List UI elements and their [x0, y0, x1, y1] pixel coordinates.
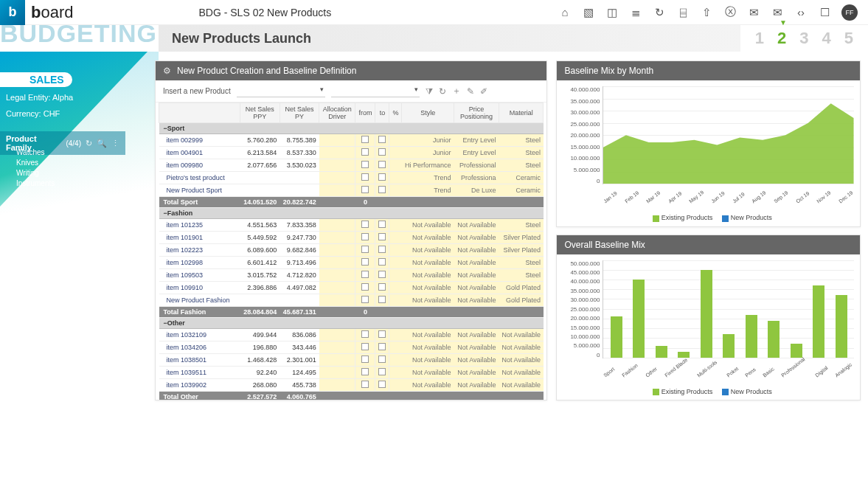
section-header[interactable]: Sport	[159, 123, 544, 134]
cell-to[interactable]	[375, 329, 389, 341]
cell-to[interactable]	[375, 147, 389, 159]
table-row[interactable]: item 1022236.089.6009.682.846Not Availab…	[159, 244, 544, 257]
cell-material[interactable]: Silver Plated	[499, 232, 544, 244]
checkbox[interactable]	[378, 148, 386, 156]
checkbox[interactable]	[378, 186, 386, 193]
checkbox[interactable]	[361, 161, 369, 168]
cell-to[interactable]	[375, 219, 389, 232]
cell-driver[interactable]	[319, 269, 355, 282]
insert-product-dropdown-2[interactable]	[331, 86, 420, 97]
column-header[interactable]: Price Positioning	[454, 103, 499, 123]
cell-style[interactable]: Trend	[402, 172, 454, 184]
cell-from[interactable]	[355, 159, 375, 172]
cell-pct[interactable]	[389, 147, 402, 159]
cell-price[interactable]: Not Available	[454, 219, 499, 232]
checkbox[interactable]	[378, 296, 386, 303]
cell-style[interactable]: Not Available	[402, 329, 454, 341]
cell-to[interactable]	[375, 134, 389, 147]
cell-pct[interactable]	[389, 269, 402, 282]
cell-price[interactable]: Not Available	[454, 294, 499, 307]
cell-to[interactable]	[375, 282, 389, 294]
cell-price[interactable]: Not Available	[454, 232, 499, 244]
cell-style[interactable]: Not Available	[402, 294, 454, 307]
cell-from[interactable]	[355, 341, 375, 354]
cell-material[interactable]: Steel	[499, 257, 544, 269]
cell-style[interactable]: Not Available	[402, 341, 454, 354]
cell-style[interactable]: Not Available	[402, 244, 454, 257]
cell-to[interactable]	[375, 354, 389, 367]
checkbox[interactable]	[361, 381, 369, 388]
checkbox[interactable]	[378, 161, 386, 168]
embed-icon[interactable]: ‹›	[794, 6, 808, 18]
table-row[interactable]: item 103951192.240124.495Not AvailableNo…	[159, 367, 544, 379]
refresh-mini-icon[interactable]: ↻	[86, 139, 92, 148]
cell-from[interactable]	[355, 282, 375, 294]
reset-icon[interactable]: ↻	[439, 86, 446, 97]
cell-material[interactable]: Gold Plated	[499, 282, 544, 294]
column-header[interactable]	[159, 103, 240, 123]
bar[interactable]	[723, 334, 735, 358]
table-row[interactable]: Pietro's test productTrendProfessionaCer…	[159, 172, 544, 184]
cell-driver[interactable]	[319, 257, 355, 269]
cell-material[interactable]: Not Available	[499, 341, 544, 354]
table-row[interactable]: New Product SportTrendDe LuxeCeramic	[159, 184, 544, 197]
cell-price[interactable]: Not Available	[454, 367, 499, 379]
cell-style[interactable]: Not Available	[402, 354, 454, 367]
checkbox[interactable]	[378, 221, 386, 228]
checkbox[interactable]	[378, 330, 386, 338]
cell-from[interactable]	[355, 172, 375, 184]
cell-from[interactable]	[355, 134, 375, 147]
cell-pct[interactable]	[389, 219, 402, 232]
cell-style[interactable]: Hi Performance	[402, 159, 454, 172]
cell-driver[interactable]	[319, 159, 355, 172]
cell-from[interactable]	[355, 367, 375, 379]
cell-pct[interactable]	[389, 294, 402, 307]
cell-from[interactable]	[355, 269, 375, 282]
cell-price[interactable]: Not Available	[454, 244, 499, 257]
cell-driver[interactable]	[319, 282, 355, 294]
column-header[interactable]: Allocation Driver	[319, 103, 355, 123]
table-row[interactable]: item 1019015.449.5929.247.730Not Availab…	[159, 232, 544, 244]
cell-to[interactable]	[375, 341, 389, 354]
cell-to[interactable]	[375, 184, 389, 197]
cell-material[interactable]: Steel	[499, 134, 544, 147]
cell-to[interactable]	[375, 244, 389, 257]
checkbox[interactable]	[361, 258, 369, 266]
table-row[interactable]: New Product FashionNot AvailableNot Avai…	[159, 294, 544, 307]
table-row[interactable]: item 0029995.760.2808.755.389JuniorEntry…	[159, 134, 544, 147]
cell-pct[interactable]	[389, 232, 402, 244]
table-row[interactable]: item 1099102.396.8864.497.082Not Availab…	[159, 282, 544, 294]
cell-from[interactable]	[355, 232, 375, 244]
cell-price[interactable]: Not Available	[454, 379, 499, 392]
section-header[interactable]: Other	[159, 318, 544, 329]
bar[interactable]	[656, 346, 667, 358]
cell-driver[interactable]	[319, 219, 355, 232]
cell-price[interactable]: Entry Level	[454, 134, 499, 147]
cell-style[interactable]: Not Available	[402, 379, 454, 392]
cell-to[interactable]	[375, 159, 389, 172]
cell-driver[interactable]	[319, 244, 355, 257]
cell-material[interactable]: Steel	[499, 219, 544, 232]
checkbox[interactable]	[378, 368, 386, 375]
cell-style[interactable]: Not Available	[402, 282, 454, 294]
cell-driver[interactable]	[319, 147, 355, 159]
table-row[interactable]: item 1034206196.880343.446Not AvailableN…	[159, 341, 544, 354]
checkbox[interactable]	[378, 283, 386, 291]
table-row[interactable]: item 0049016.213.5848.537.330JuniorEntry…	[159, 147, 544, 159]
column-header[interactable]: Material	[499, 103, 544, 123]
cell-material[interactable]: Not Available	[499, 329, 544, 341]
cell-material[interactable]: Not Available	[499, 367, 544, 379]
cell-driver[interactable]	[319, 341, 355, 354]
filter-icon[interactable]: ⧩	[426, 86, 433, 97]
table-row[interactable]: item 10385011.468.4282.301.001Not Availa…	[159, 354, 544, 367]
cell-to[interactable]	[375, 257, 389, 269]
checkbox[interactable]	[361, 356, 369, 363]
checkbox[interactable]	[361, 221, 369, 228]
column-header[interactable]: from	[355, 103, 375, 123]
cell-price[interactable]: Professiona	[454, 172, 499, 184]
bar[interactable]	[791, 344, 802, 358]
insert-product-dropdown-1[interactable]	[237, 86, 325, 97]
cell-from[interactable]	[355, 184, 375, 197]
cell-price[interactable]: Not Available	[454, 329, 499, 341]
checkbox[interactable]	[361, 186, 369, 193]
